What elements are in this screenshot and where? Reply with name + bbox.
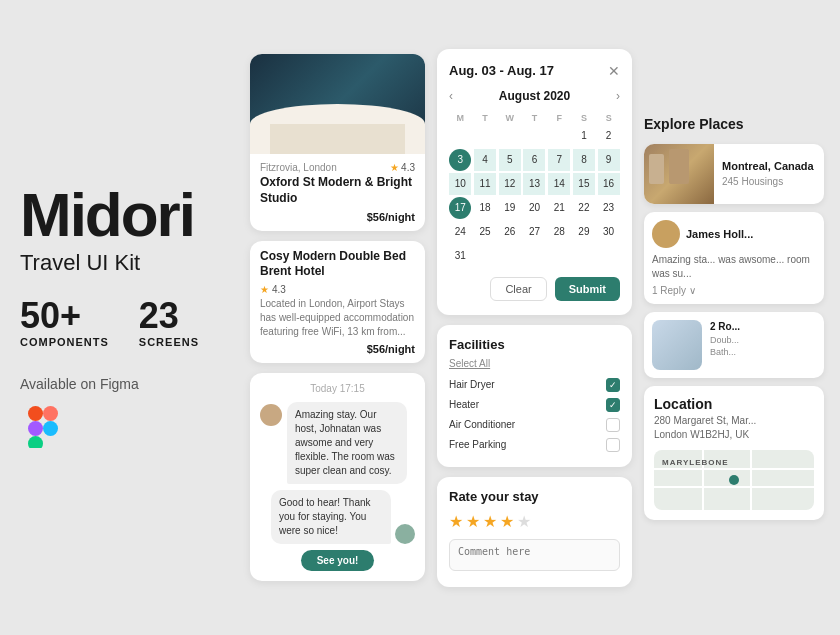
stats-row: 50+ COMPONENTS 23 SCREENS: [20, 298, 240, 348]
facility-checkbox-3[interactable]: [606, 438, 620, 452]
star-3[interactable]: ★: [483, 512, 497, 531]
review-reply[interactable]: 1 Reply ∨: [652, 285, 816, 296]
available-text: Available on Figma: [20, 376, 240, 392]
rate-card: Rate your stay ★ ★ ★ ★ ★: [437, 477, 632, 587]
location-title: Location: [654, 396, 814, 412]
calendar-day-3[interactable]: 3: [449, 149, 471, 171]
hotel-card-1-location: Fitzrovia, London: [260, 162, 337, 173]
chat-card: Today 17:15 Amazing stay. Our host, John…: [250, 373, 425, 581]
calendar-day-30[interactable]: 30: [598, 221, 620, 243]
select-all-button[interactable]: Select All: [449, 358, 620, 369]
location-card: Location 280 Margaret St, Mar...London W…: [644, 386, 824, 520]
calendar-day-13[interactable]: 13: [523, 173, 545, 195]
calendar-day-2[interactable]: 2: [598, 125, 620, 147]
calendar-next-icon[interactable]: ›: [616, 89, 620, 103]
calendar-month-row: ‹ August 2020 ›: [449, 89, 620, 103]
review-card: James Holl... Amazing sta... was awsome.…: [644, 212, 824, 304]
stat-screens-num: 23: [139, 298, 199, 334]
hotel-card-1[interactable]: Fitzrovia, London ★ 4.3 Oxford St Modern…: [250, 54, 425, 230]
facility-row-0[interactable]: Hair Dryer: [449, 375, 620, 395]
calendar-day-8[interactable]: 8: [573, 149, 595, 171]
facility-checkbox-2[interactable]: [606, 418, 620, 432]
facility-row-1[interactable]: Heater: [449, 395, 620, 415]
chat-avatar-1: [260, 404, 282, 426]
star-2[interactable]: ★: [466, 512, 480, 531]
calendar-month-label: August 2020: [499, 89, 570, 103]
calendar-day-4[interactable]: 4: [474, 149, 496, 171]
stat-components: 50+ COMPONENTS: [20, 298, 109, 348]
svg-rect-0: [28, 406, 43, 421]
map-road-h1: [654, 468, 814, 470]
map-pin: [729, 475, 739, 485]
calendar-day-15[interactable]: 15: [573, 173, 595, 195]
rate-comment-input[interactable]: [449, 539, 620, 571]
calendar-day-28[interactable]: 28: [548, 221, 570, 243]
calendar-day-23[interactable]: 23: [598, 197, 620, 219]
calendar-day-16[interactable]: 16: [598, 173, 620, 195]
chat-time: Today 17:15: [260, 383, 415, 394]
facility-row-3[interactable]: Free Parking: [449, 435, 620, 455]
calendar-day-22[interactable]: 22: [573, 197, 595, 219]
calendar-day-31[interactable]: 31: [449, 245, 471, 267]
calendar-submit-button[interactable]: Submit: [555, 277, 620, 301]
explore-card-montreal[interactable]: Montreal, Canada 245 Housings: [644, 144, 824, 204]
facility-checkbox-1[interactable]: [606, 398, 620, 412]
facility-checkbox-0[interactable]: [606, 378, 620, 392]
chat-msg-2: Good to hear! Thank you for staying. You…: [260, 490, 415, 544]
left-section: Midori Travel UI Kit 50+ COMPONENTS 23 S…: [20, 184, 250, 452]
hotel-card-1-title: Oxford St Modern & Bright Studio: [260, 175, 415, 206]
calendar-day-11[interactable]: 11: [474, 173, 496, 195]
hotel-card-2[interactable]: Cosy Modern Double Bed Brent Hotel ★ 4.3…: [250, 241, 425, 363]
star-5[interactable]: ★: [517, 512, 531, 531]
star-1[interactable]: ★: [449, 512, 463, 531]
chat-cta-button[interactable]: See you!: [301, 550, 375, 571]
map-label: MARYLEBONE: [662, 458, 729, 467]
calendar-day-25[interactable]: 25: [474, 221, 496, 243]
map-road-v2: [750, 450, 752, 510]
hotel-card-1-rating: ★ 4.3: [390, 162, 415, 173]
cal-header-f: F: [548, 111, 571, 125]
calendar-day-29[interactable]: 29: [573, 221, 595, 243]
hotel-card-2-price: $56/night: [260, 343, 415, 355]
small-hotel-detail-1: Doub...: [710, 335, 816, 345]
calendar-header: Aug. 03 - Aug. 17 ✕: [449, 63, 620, 79]
facility-label-2: Air Conditioner: [449, 419, 515, 430]
calendar-day-7[interactable]: 7: [548, 149, 570, 171]
stars-row[interactable]: ★ ★ ★ ★ ★: [449, 512, 620, 531]
calendar-day-6[interactable]: 6: [523, 149, 545, 171]
calendar-day-14[interactable]: 14: [548, 173, 570, 195]
hotel-card-1-header: Fitzrovia, London ★ 4.3: [260, 162, 415, 175]
small-hotel-info: 2 Ro... Doub... Bath...: [710, 320, 816, 370]
calendar-day-18[interactable]: 18: [474, 197, 496, 219]
star-4[interactable]: ★: [500, 512, 514, 531]
explore-title: Explore Places: [644, 116, 824, 132]
chat-avatar-2: [395, 524, 415, 544]
chat-bubble-1: Amazing stay. Our host, Johnatan was aws…: [287, 402, 407, 484]
calendar-day-12[interactable]: 12: [499, 173, 521, 195]
small-hotel-card[interactable]: 2 Ro... Doub... Bath...: [644, 312, 824, 378]
calendar-day-10[interactable]: 10: [449, 173, 471, 195]
calendar-day-26[interactable]: 26: [499, 221, 521, 243]
explore-cards: Montreal, Canada 245 Housings: [644, 144, 824, 204]
facility-row-2[interactable]: Air Conditioner: [449, 415, 620, 435]
calendar-close-icon[interactable]: ✕: [608, 63, 620, 79]
calendar-clear-button[interactable]: Clear: [490, 277, 546, 301]
calendar-day-19[interactable]: 19: [499, 197, 521, 219]
calendar-grid: M T W T F S S: [449, 111, 620, 125]
calendar-days: 1234567891011121314151617181920212223242…: [449, 125, 620, 267]
calendar-day-9[interactable]: 9: [598, 149, 620, 171]
map-placeholder: MARYLEBONE: [654, 450, 814, 510]
explore-card-montreal-image: [644, 144, 714, 204]
calendar-day-17[interactable]: 17: [449, 197, 471, 219]
calendar-day-21[interactable]: 21: [548, 197, 570, 219]
calendar-day-1[interactable]: 1: [573, 125, 595, 147]
chat-msg-1: Amazing stay. Our host, Johnatan was aws…: [260, 402, 415, 484]
calendar-day-27[interactable]: 27: [523, 221, 545, 243]
calendar-day-24[interactable]: 24: [449, 221, 471, 243]
calendar-day-5[interactable]: 5: [499, 149, 521, 171]
reviewer-avatar: [652, 220, 680, 248]
review-text: Amazing sta... was awsome... room was su…: [652, 253, 816, 281]
calendar-prev-icon[interactable]: ‹: [449, 89, 453, 103]
calendar-day-20[interactable]: 20: [523, 197, 545, 219]
calendar-date-range: Aug. 03 - Aug. 17: [449, 63, 554, 78]
